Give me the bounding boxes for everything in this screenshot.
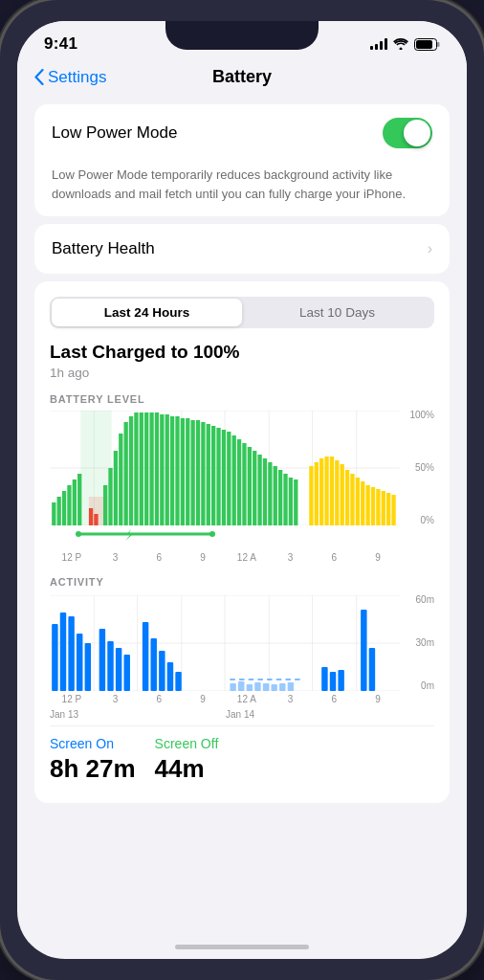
battery-health-chevron-icon: › — [428, 240, 432, 257]
x-group-12p: 12 P — [50, 694, 94, 704]
svg-rect-34 — [160, 414, 164, 525]
charging-row — [50, 525, 434, 548]
svg-rect-66 — [335, 460, 339, 525]
svg-rect-74 — [376, 489, 380, 525]
date-jan14: Jan 14 — [226, 709, 400, 720]
charged-sub: 1h ago — [50, 366, 434, 380]
tab-last-10-days[interactable]: Last 10 Days — [242, 299, 432, 326]
svg-rect-15 — [57, 497, 61, 525]
low-power-description: Low Power Mode temporarily reduces backg… — [34, 162, 450, 216]
x-group-9: 9 — [181, 694, 225, 704]
svg-rect-75 — [382, 491, 385, 525]
battery-bars — [50, 411, 400, 525]
svg-rect-72 — [365, 485, 369, 525]
x-label-3b-act: 3 — [269, 694, 313, 704]
svg-point-81 — [209, 531, 215, 537]
nav-bar: Settings Battery — [17, 59, 467, 97]
svg-rect-43 — [207, 424, 210, 525]
svg-rect-101 — [143, 622, 148, 691]
screen-off-label: Screen Off — [155, 736, 219, 751]
svg-rect-109 — [254, 682, 260, 691]
svg-rect-45 — [216, 428, 220, 525]
svg-rect-102 — [150, 638, 156, 691]
svg-rect-28 — [129, 416, 133, 525]
svg-rect-92 — [52, 624, 57, 691]
back-button[interactable]: Settings — [34, 68, 106, 87]
page-title: Battery — [212, 67, 272, 87]
low-power-label: Low Power Mode — [52, 123, 177, 143]
low-power-row: Low Power Mode — [34, 104, 450, 162]
back-label: Settings — [48, 68, 106, 87]
svg-rect-105 — [175, 672, 181, 691]
x-label-6p: 6 — [313, 552, 357, 563]
tab-last-24-hours[interactable]: Last 24 Hours — [52, 299, 242, 326]
phone-screen: 9:41 — [17, 21, 467, 959]
svg-rect-68 — [345, 470, 349, 525]
svg-rect-32 — [149, 412, 153, 525]
svg-rect-14 — [52, 502, 55, 525]
battery-health-card[interactable]: Battery Health › — [34, 224, 450, 274]
svg-rect-2 — [416, 40, 432, 49]
svg-rect-55 — [268, 462, 272, 525]
screen-stats: Screen On 8h 27m Screen Off 44m — [50, 725, 434, 788]
svg-rect-65 — [330, 457, 334, 525]
svg-rect-46 — [222, 430, 226, 525]
x-label-9b-act: 9 — [356, 694, 400, 704]
svg-rect-64 — [324, 457, 328, 525]
svg-rect-69 — [350, 474, 354, 525]
svg-rect-99 — [116, 648, 121, 691]
battery-health-row[interactable]: Battery Health › — [34, 224, 450, 274]
x-group-12a: 12 A — [225, 694, 269, 704]
activity-y-axis: 60m 30m 0m — [400, 595, 434, 691]
svg-rect-59 — [289, 478, 293, 525]
svg-rect-73 — [371, 487, 375, 525]
activity-chart: 60m 30m 0m — [50, 595, 434, 691]
svg-rect-18 — [73, 479, 77, 525]
screen-on-stat: Screen On 8h 27m — [50, 736, 136, 784]
low-power-toggle[interactable] — [383, 118, 432, 148]
svg-rect-118 — [330, 672, 336, 691]
svg-rect-60 — [294, 479, 297, 525]
x-label-6b-act: 6 — [313, 694, 357, 704]
y-label-50: 50% — [415, 463, 434, 473]
battery-chart: 100% 50% 0% — [50, 411, 434, 525]
battery-bars-svg — [50, 411, 400, 525]
content-scroll[interactable]: Low Power Mode Low Power Mode temporaril… — [17, 97, 467, 948]
wifi-icon — [393, 38, 408, 50]
svg-rect-70 — [356, 478, 360, 525]
svg-rect-36 — [170, 416, 174, 525]
svg-rect-94 — [68, 616, 74, 691]
svg-rect-77 — [391, 495, 395, 525]
svg-rect-51 — [248, 447, 252, 525]
svg-rect-1 — [437, 42, 440, 47]
x-label-3a: 3 — [94, 552, 138, 563]
activity-date-axis: Jan 13 Jan 14 — [50, 706, 434, 720]
date-group-jan14: Jan 14 — [224, 709, 400, 720]
x-group-6b: 6 — [313, 694, 357, 704]
screen-off-value: 44m — [155, 754, 219, 784]
x-label-12a-act: 12 A — [225, 694, 269, 704]
screen-off-stat: Screen Off 44m — [155, 736, 219, 784]
x-label-9p: 9 — [356, 552, 400, 563]
x-label-6-act: 6 — [138, 694, 182, 704]
activity-bars-svg — [50, 595, 400, 691]
svg-rect-71 — [361, 481, 364, 525]
svg-rect-100 — [124, 655, 130, 691]
svg-rect-111 — [271, 684, 276, 691]
svg-rect-37 — [175, 416, 179, 525]
phone-frame: 9:41 — [0, 0, 484, 980]
svg-rect-117 — [321, 667, 327, 691]
svg-rect-39 — [186, 418, 189, 525]
x-group-3: 3 — [94, 694, 138, 704]
svg-rect-57 — [278, 470, 282, 525]
y-label-0: 0% — [421, 516, 434, 525]
svg-point-80 — [76, 531, 81, 537]
activity-x-axis: 12 P 3 6 9 12 A 3 — [50, 691, 434, 704]
svg-rect-50 — [242, 443, 246, 525]
toggle-knob — [404, 120, 430, 146]
svg-rect-38 — [181, 418, 185, 525]
svg-rect-112 — [279, 683, 285, 691]
date-jan13: Jan 13 — [50, 709, 224, 720]
x-label-3p: 3 — [269, 552, 313, 563]
signal-bars-icon — [370, 38, 388, 50]
